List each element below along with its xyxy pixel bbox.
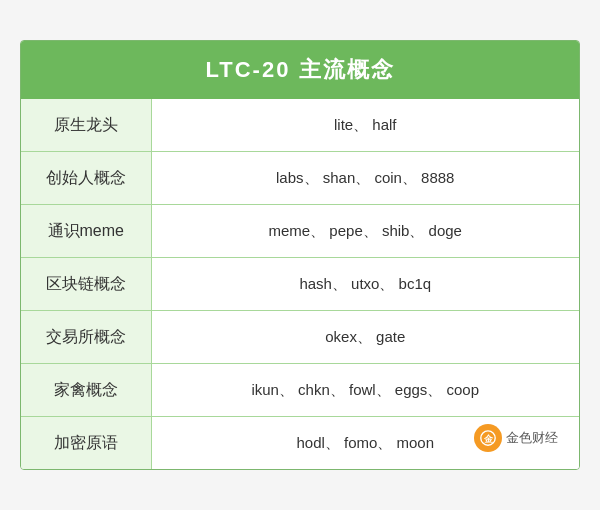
row-label: 交易所概念 <box>21 311 151 364</box>
table-row: 家禽概念ikun、 chkn、 fowl、 eggs、 coop <box>21 364 579 417</box>
watermark-icon: 金 <box>474 424 502 452</box>
row-label: 加密原语 <box>21 417 151 470</box>
svg-text:金: 金 <box>483 434 494 444</box>
row-label: 家禽概念 <box>21 364 151 417</box>
header: LTC-20 主流概念 <box>21 41 579 99</box>
row-value: okex、 gate <box>151 311 579 364</box>
row-label: 创始人概念 <box>21 152 151 205</box>
table-row: 原生龙头lite、 half <box>21 99 579 152</box>
row-value: hash、 utxo、 bc1q <box>151 258 579 311</box>
table-row: 通识memememe、 pepe、 shib、 doge <box>21 205 579 258</box>
table-row: 交易所概念okex、 gate <box>21 311 579 364</box>
coin-icon: 金 <box>479 429 497 447</box>
watermark: 金 金色财经 <box>474 424 558 452</box>
row-label: 区块链概念 <box>21 258 151 311</box>
table-row: 区块链概念hash、 utxo、 bc1q <box>21 258 579 311</box>
page-title: LTC-20 主流概念 <box>205 57 394 82</box>
main-card: LTC-20 主流概念 原生龙头lite、 half创始人概念labs、 sha… <box>20 40 580 470</box>
row-value: lite、 half <box>151 99 579 152</box>
row-label: 原生龙头 <box>21 99 151 152</box>
row-value: meme、 pepe、 shib、 doge <box>151 205 579 258</box>
watermark-text: 金色财经 <box>506 429 558 447</box>
concept-table: 原生龙头lite、 half创始人概念labs、 shan、 coin、 888… <box>21 99 579 469</box>
table-row: 创始人概念labs、 shan、 coin、 8888 <box>21 152 579 205</box>
row-value: ikun、 chkn、 fowl、 eggs、 coop <box>151 364 579 417</box>
row-value: labs、 shan、 coin、 8888 <box>151 152 579 205</box>
row-label: 通识meme <box>21 205 151 258</box>
